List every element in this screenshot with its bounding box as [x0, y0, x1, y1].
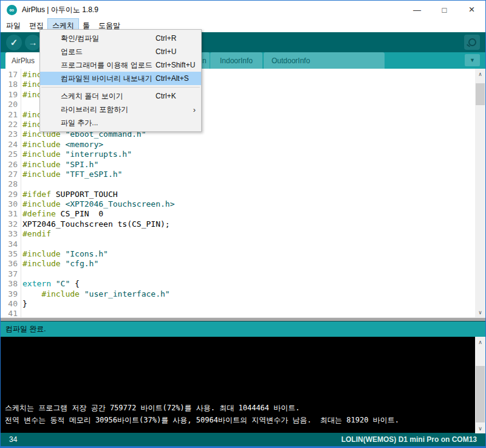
menu-item-label: 확인/컴파일 — [40, 33, 99, 44]
code-line: 28 — [1, 179, 485, 189]
code-line: 31#define CS_PIN 0 — [1, 209, 485, 219]
code-text: XPT2046_Touchscreen ts(CS_PIN); — [18, 219, 170, 229]
editor-scrollbar-thumb[interactable] — [476, 83, 485, 105]
console-line: 스케치는 프로그램 저장 공간 759772 바이트(72%)를 사용. 최대 … — [5, 402, 471, 414]
line-number: 28 — [1, 179, 18, 189]
menu-item-shortcut: Ctrl+R — [156, 34, 176, 43]
menu-item-shortcut: Ctrl+Shift+U — [156, 61, 195, 69]
console-scrollbar-thumb[interactable] — [476, 366, 485, 422]
status-strip: 컴파일 완료. — [1, 321, 485, 337]
arduino-logo-icon: ∞ — [7, 5, 17, 15]
statusbar-board-info: LOLIN(WEMOS) D1 mini Pro on COM13 — [341, 435, 477, 444]
code-line: 38extern "C" { — [1, 279, 485, 289]
titlebar: ∞ AirPlus | 아두이노 1.8.9 — □ × — [1, 1, 485, 19]
code-text: #include <XPT2046_Touchscreen.h> — [18, 199, 174, 209]
tab-airplus[interactable]: AirPlus — [5, 52, 41, 69]
tab-label: AirPlus — [12, 57, 35, 65]
tab-indoorinfo[interactable]: IndoorInfo — [210, 52, 262, 69]
line-number: 24 — [1, 140, 18, 150]
menubar-item-0[interactable]: 파일 — [2, 19, 25, 33]
code-text — [18, 269, 22, 279]
scroll-up-icon[interactable]: ∧ — [475, 337, 485, 347]
menu-item[interactable]: 컴파일된 바이너리 내보내기Ctrl+Alt+S — [40, 72, 201, 85]
serial-monitor-button[interactable] — [464, 35, 480, 50]
code-text: #include "SPI.h" — [18, 160, 98, 170]
tab-n[interactable]: n — [201, 52, 210, 69]
magnifier-icon — [468, 38, 476, 46]
close-button[interactable]: × — [458, 1, 485, 19]
code-line: 36#include "cfg.h" — [1, 259, 485, 269]
code-text — [18, 240, 22, 249]
tab-label: n — [202, 57, 207, 65]
line-number: 21 — [1, 110, 18, 120]
line-number: 41 — [1, 309, 18, 317]
menu-item-label: 컴파일된 바이너리 내보내기 — [40, 74, 152, 84]
tab-overflow-button[interactable]: ▼ — [465, 54, 480, 66]
menu-item[interactable]: 스케치 폴더 보이기Ctrl+K — [40, 89, 201, 103]
code-text: #include <memory> — [18, 140, 103, 150]
code-text: #include "cfg.h" — [18, 259, 98, 269]
minimize-button[interactable]: — — [403, 1, 431, 19]
menu-item-label: 파일 추가... — [40, 118, 98, 128]
code-text: #ifdef SUPPORT_TOUCH — [18, 190, 118, 199]
menu-item-label: 프로그래머를 이용해 업로드 — [40, 60, 152, 71]
chevron-down-icon: ▼ — [470, 57, 475, 63]
line-number: 33 — [1, 229, 18, 239]
line-number: 26 — [1, 160, 18, 170]
menu-item[interactable]: 업로드Ctrl+U — [40, 45, 201, 58]
console-text: 스케치는 프로그램 저장 공간 759772 바이트(72%)를 사용. 최대 … — [5, 402, 471, 426]
maximize-button[interactable]: □ — [431, 1, 458, 19]
upload-button[interactable]: → — [25, 35, 41, 50]
line-number: 18 — [1, 80, 18, 89]
statusbar: 34 LOLIN(WEMOS) D1 mini Pro on COM13 — [1, 433, 485, 446]
line-number: 29 — [1, 190, 18, 199]
code-text: #inc — [18, 120, 41, 129]
menu-separator — [41, 87, 200, 88]
console-scrollbar[interactable]: ∧ ∨ — [475, 337, 485, 433]
code-text: #inc — [18, 90, 41, 100]
code-text: #endif — [18, 229, 51, 239]
line-number: 25 — [1, 150, 18, 159]
code-line: 33#endif — [1, 229, 485, 239]
sketch-menu-items: 확인/컴파일Ctrl+R업로드Ctrl+U프로그래머를 이용해 업로드Ctrl+… — [40, 32, 201, 129]
check-icon: ✓ — [10, 37, 18, 48]
line-number: 31 — [1, 209, 18, 219]
code-line: 37 — [1, 269, 485, 279]
code-line: 40} — [1, 299, 485, 309]
sketch-menu: 확인/컴파일Ctrl+R업로드Ctrl+U프로그래머를 이용해 업로드Ctrl+… — [39, 29, 202, 132]
code-line: 25#include "interrupts.h" — [1, 150, 485, 159]
menu-item-shortcut: Ctrl+K — [156, 92, 176, 100]
arduino-ide-window: ∞ AirPlus | 아두이노 1.8.9 — □ × 파일편집스케치툴도움말… — [0, 0, 486, 448]
code-line: 26#include "SPI.h" — [1, 160, 485, 170]
right-arrow-icon: → — [29, 37, 38, 47]
scroll-down-icon[interactable]: ∨ — [475, 307, 485, 317]
line-number: 40 — [1, 299, 18, 309]
code-line: 35#include "Icons.h" — [1, 249, 485, 259]
code-line: 24#include <memory> — [1, 140, 485, 150]
status-message: 컴파일 완료. — [5, 324, 46, 334]
menu-item-shortcut: Ctrl+Alt+S — [156, 74, 189, 83]
code-text: #define CS_PIN 0 — [18, 209, 103, 219]
code-line: 41 — [1, 309, 485, 317]
verify-button[interactable]: ✓ — [6, 35, 22, 50]
code-text — [18, 309, 22, 317]
menu-item[interactable]: 라이브러리 포함하기› — [40, 103, 201, 116]
menu-item[interactable]: 파일 추가... — [40, 116, 201, 129]
line-number: 36 — [1, 259, 18, 269]
menu-item[interactable]: 확인/컴파일Ctrl+R — [40, 32, 201, 45]
code-line: 39 #include "user_interface.h" — [1, 289, 485, 299]
line-number: 23 — [1, 129, 18, 139]
console-output: 스케치는 프로그램 저장 공간 759772 바이트(72%)를 사용. 최대 … — [1, 337, 485, 433]
line-number: 19 — [1, 90, 18, 100]
code-text: #include "interrupts.h" — [18, 150, 132, 159]
menu-item[interactable]: 프로그래머를 이용해 업로드Ctrl+Shift+U — [40, 58, 201, 72]
editor-scrollbar[interactable]: ∧ ∨ — [475, 69, 485, 317]
tab-outdoorinfo[interactable]: OutdoorInfo — [264, 52, 385, 69]
line-number: 22 — [1, 120, 18, 129]
line-number: 37 — [1, 269, 18, 279]
code-text: #inc — [18, 80, 41, 89]
scroll-up-icon[interactable]: ∧ — [475, 69, 485, 79]
code-line: 29#ifdef SUPPORT_TOUCH — [1, 190, 485, 199]
code-text: #inc — [18, 70, 41, 80]
scroll-down-icon[interactable]: ∨ — [475, 423, 485, 433]
